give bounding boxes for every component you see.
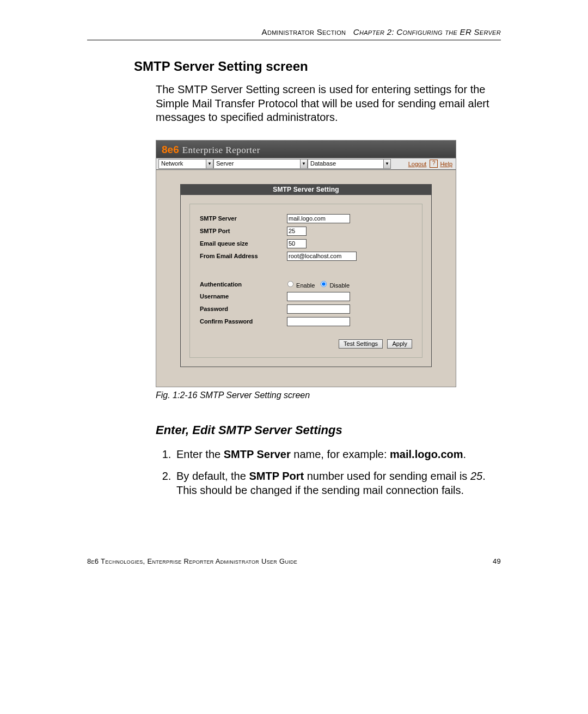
network-menu-label: Network: [158, 159, 206, 169]
figure-caption: Fig. 1:2-16 SMTP Server Setting screen: [156, 390, 501, 400]
smtp-server-label: SMTP Server: [200, 215, 287, 222]
test-settings-button[interactable]: Test Settings: [339, 339, 383, 349]
disable-radio[interactable]: [321, 281, 327, 287]
logout-link[interactable]: Logout: [408, 161, 427, 167]
header-chapter: Chapter 2: Configuring the ER Server: [353, 27, 501, 36]
enable-radio-label[interactable]: Enable: [287, 280, 315, 289]
apply-button[interactable]: Apply: [387, 339, 412, 349]
network-menu[interactable]: Network ▼: [158, 159, 213, 169]
server-menu[interactable]: Server ▼: [213, 159, 308, 169]
email-queue-label: Email queue size: [200, 240, 287, 247]
step-2: By default, the SMTP Port number used fo…: [174, 469, 501, 497]
dropdown-arrow-icon: ▼: [300, 159, 308, 169]
username-input[interactable]: [287, 292, 350, 301]
page-header: Administrator Section Chapter 2: Configu…: [87, 27, 501, 40]
database-menu[interactable]: Database ▼: [308, 159, 391, 169]
server-menu-label: Server: [213, 159, 300, 169]
from-email-input[interactable]: [287, 252, 357, 261]
content-area: SMTP Server Setting SMTP Server SMTP Por…: [156, 170, 456, 387]
enable-radio[interactable]: [287, 281, 293, 287]
page-number: 49: [493, 557, 501, 565]
dropdown-arrow-icon: ▼: [206, 159, 213, 169]
subsection-title: Enter, Edit SMTP Server Settings: [156, 423, 501, 437]
help-link[interactable]: Help: [440, 161, 452, 167]
smtp-server-input[interactable]: [287, 214, 350, 223]
authentication-label: Authentication: [200, 281, 287, 288]
app-window: 8e6 Enterprise Reporter Network ▼ Server…: [156, 140, 456, 387]
intro-paragraph: The SMTP Server Setting screen is used f…: [156, 83, 501, 125]
panel-title: SMTP Server Setting: [181, 185, 431, 195]
panel-body: SMTP Server SMTP Port Email queue size F…: [189, 204, 422, 358]
page-footer: 8e6 Technologies, Enterprise Reporter Ad…: [87, 557, 501, 565]
steps-list: Enter the SMTP Server name, for example:…: [159, 447, 501, 497]
smtp-port-input[interactable]: [287, 227, 307, 236]
from-email-label: From Email Address: [200, 253, 287, 259]
confirm-password-input[interactable]: [287, 317, 350, 326]
footer-left: 8e6 Technologies, Enterprise Reporter Ad…: [87, 557, 297, 565]
menubar: Network ▼ Server ▼ Database ▼ Logout ? H…: [156, 158, 456, 170]
disable-radio-label[interactable]: Disable: [320, 280, 350, 289]
confirm-password-label: Confirm Password: [200, 318, 287, 325]
dropdown-arrow-icon: ▼: [383, 159, 391, 169]
section-title: SMTP Server Setting screen: [134, 59, 501, 74]
brand-text: Enterprise Reporter: [182, 145, 260, 156]
app-titlebar: 8e6 Enterprise Reporter: [156, 141, 456, 158]
email-queue-input[interactable]: [287, 239, 307, 248]
smtp-panel: SMTP Server Setting SMTP Server SMTP Por…: [180, 184, 432, 367]
help-icon[interactable]: ?: [430, 160, 438, 168]
step-1: Enter the SMTP Server name, for example:…: [174, 447, 501, 461]
password-label: Password: [200, 306, 287, 312]
brand-logo: 8e6: [162, 144, 179, 156]
username-label: Username: [200, 293, 287, 300]
password-input[interactable]: [287, 304, 350, 314]
smtp-port-label: SMTP Port: [200, 228, 287, 234]
header-section: Administrator Section: [262, 27, 346, 36]
database-menu-label: Database: [308, 159, 383, 169]
